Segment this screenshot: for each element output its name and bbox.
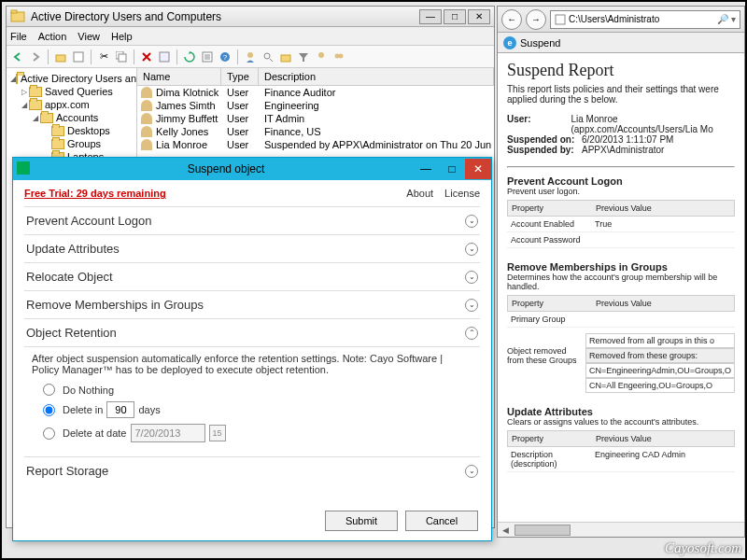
refresh-icon[interactable] bbox=[182, 49, 197, 64]
close-button[interactable]: ✕ bbox=[468, 9, 490, 24]
user-icon bbox=[141, 126, 152, 137]
ie-tab[interactable]: eSuspend bbox=[498, 33, 744, 53]
forward-icon[interactable] bbox=[28, 49, 43, 64]
section-object-retention[interactable]: Object Retention⌃ bbox=[24, 318, 480, 346]
list-row[interactable]: Kelly JonesUserFinance, US bbox=[137, 125, 494, 138]
tree-saved-queries[interactable]: ▷Saved Queries bbox=[8, 85, 134, 98]
minimize-button[interactable]: — bbox=[419, 9, 442, 24]
menu-view[interactable]: View bbox=[78, 31, 100, 42]
svg-text:?: ? bbox=[223, 53, 228, 62]
svg-point-13 bbox=[318, 52, 324, 58]
tree-desktops[interactable]: Desktops bbox=[8, 124, 134, 137]
list-row[interactable]: Jimmy BuffettUserIT Admin bbox=[137, 112, 494, 125]
user-icon bbox=[141, 87, 152, 98]
tree-root[interactable]: ◢Active Directory Users and C bbox=[8, 72, 134, 85]
copy-icon[interactable] bbox=[114, 49, 129, 64]
help-icon[interactable]: ? bbox=[218, 49, 233, 64]
ad-toolbar: ✂ ? bbox=[7, 46, 494, 68]
tree-accounts[interactable]: ◢Accounts bbox=[8, 111, 134, 124]
col-type[interactable]: Type bbox=[221, 68, 259, 85]
ie-toolbar: ← → C:\Users\Administrato🔎 ▾ bbox=[498, 7, 744, 33]
ad-titlebar[interactable]: Active Directory Users and Computers — □… bbox=[7, 7, 494, 27]
chevron-down-icon: ⌄ bbox=[465, 271, 478, 284]
days-input[interactable] bbox=[106, 401, 134, 418]
suspend-titlebar[interactable]: Suspend object — □ ✕ bbox=[13, 158, 491, 180]
scroll-left-icon[interactable]: ◀ bbox=[498, 525, 513, 535]
section-report-storage[interactable]: Report Storage⌄ bbox=[24, 456, 480, 484]
retention-content: After object suspension automatically en… bbox=[24, 346, 480, 456]
calendar-icon[interactable]: 15 bbox=[209, 425, 226, 441]
ie-forward-button[interactable]: → bbox=[526, 9, 546, 30]
svg-point-11 bbox=[264, 53, 270, 59]
user-icon-tb[interactable] bbox=[243, 49, 258, 64]
ie-back-button[interactable]: ← bbox=[501, 9, 522, 30]
svg-point-15 bbox=[339, 53, 344, 58]
cancel-button[interactable]: Cancel bbox=[405, 511, 478, 531]
scroll-thumb[interactable] bbox=[514, 525, 571, 536]
tree-groups[interactable]: Groups bbox=[8, 137, 134, 150]
suspend-title: Suspend object bbox=[39, 162, 413, 175]
submit-button[interactable]: Submit bbox=[325, 511, 398, 531]
svg-rect-12 bbox=[281, 55, 290, 62]
radio-delete-in[interactable] bbox=[43, 404, 55, 416]
list-row[interactable]: Lia MonroeUserSuspended by APPX\Administ… bbox=[137, 138, 494, 151]
radio-delete-at[interactable] bbox=[43, 427, 55, 440]
svg-rect-16 bbox=[17, 161, 30, 175]
url-box[interactable]: C:\Users\Administrato🔎 ▾ bbox=[550, 10, 740, 29]
ad-app-icon bbox=[10, 9, 25, 24]
chevron-up-icon: ⌃ bbox=[465, 327, 478, 340]
user2-icon[interactable] bbox=[314, 49, 329, 64]
radio-do-nothing[interactable] bbox=[43, 384, 55, 396]
horizontal-scrollbar[interactable]: ◀ bbox=[498, 522, 744, 537]
svg-rect-17 bbox=[556, 15, 565, 24]
col-name[interactable]: Name bbox=[137, 68, 221, 85]
tree-appx[interactable]: ◢appx.com bbox=[8, 98, 134, 111]
group-icon[interactable] bbox=[331, 49, 346, 64]
dlg-minimize-button[interactable]: — bbox=[413, 159, 439, 179]
list-row[interactable]: Dima KlotnickUserFinance Auditor bbox=[137, 86, 494, 99]
col-desc[interactable]: Description bbox=[259, 68, 494, 85]
list-row[interactable]: James SimthUserEngineering bbox=[137, 99, 494, 112]
back-icon[interactable] bbox=[10, 49, 25, 64]
svg-rect-3 bbox=[74, 52, 83, 62]
filter-icon[interactable] bbox=[296, 49, 311, 64]
section-heading: Update Attributes bbox=[507, 406, 735, 417]
export-icon[interactable] bbox=[200, 49, 215, 64]
watermark: Cayosoft.com bbox=[665, 540, 741, 556]
svg-rect-5 bbox=[119, 54, 126, 62]
section-prevent-logon[interactable]: Prevent Account Logon⌄ bbox=[24, 206, 480, 234]
user-icon bbox=[141, 113, 152, 124]
maximize-button[interactable]: □ bbox=[444, 9, 466, 24]
suspend-dialog: Suspend object — □ ✕ Free Trial: 29 days… bbox=[12, 157, 492, 541]
license-link[interactable]: License bbox=[444, 188, 480, 199]
delete-icon[interactable] bbox=[139, 49, 154, 64]
report-title: Suspend Report bbox=[507, 61, 735, 80]
section-heading: Remove Memberships in Groups bbox=[507, 261, 735, 273]
ie-icon: e bbox=[503, 36, 516, 49]
find-icon[interactable] bbox=[261, 49, 275, 64]
menu-file[interactable]: File bbox=[10, 31, 27, 42]
menu-action[interactable]: Action bbox=[38, 31, 67, 42]
dlg-maximize-button[interactable]: □ bbox=[439, 159, 465, 179]
ad-menubar: File Action View Help bbox=[7, 27, 494, 46]
retention-text: After object suspension automatically en… bbox=[32, 353, 472, 375]
user-icon bbox=[141, 100, 152, 111]
section-relocate-object[interactable]: Relocate Object⌄ bbox=[24, 262, 480, 290]
menu-help[interactable]: Help bbox=[111, 31, 133, 42]
up-icon[interactable] bbox=[53, 49, 68, 64]
section-update-attributes[interactable]: Update Attributes⌄ bbox=[24, 234, 480, 262]
suspend-app-icon bbox=[17, 161, 32, 176]
props2-icon[interactable] bbox=[157, 49, 172, 64]
trial-notice[interactable]: Free Trial: 29 days remaining bbox=[24, 188, 166, 199]
cut-icon[interactable]: ✂ bbox=[96, 49, 111, 64]
properties-icon[interactable] bbox=[71, 49, 86, 64]
section-remove-memberships[interactable]: Remove Memberships in Groups⌄ bbox=[24, 290, 480, 318]
report-subtitle: This report lists policies and their set… bbox=[507, 84, 735, 105]
folder-icon-tb[interactable] bbox=[278, 49, 293, 64]
list-header[interactable]: Name Type Description bbox=[137, 68, 494, 86]
about-link[interactable]: About bbox=[406, 188, 433, 199]
dlg-close-button[interactable]: ✕ bbox=[465, 159, 491, 179]
chevron-down-icon: ⌄ bbox=[465, 299, 478, 312]
date-input[interactable] bbox=[131, 424, 205, 442]
svg-point-10 bbox=[247, 52, 253, 58]
